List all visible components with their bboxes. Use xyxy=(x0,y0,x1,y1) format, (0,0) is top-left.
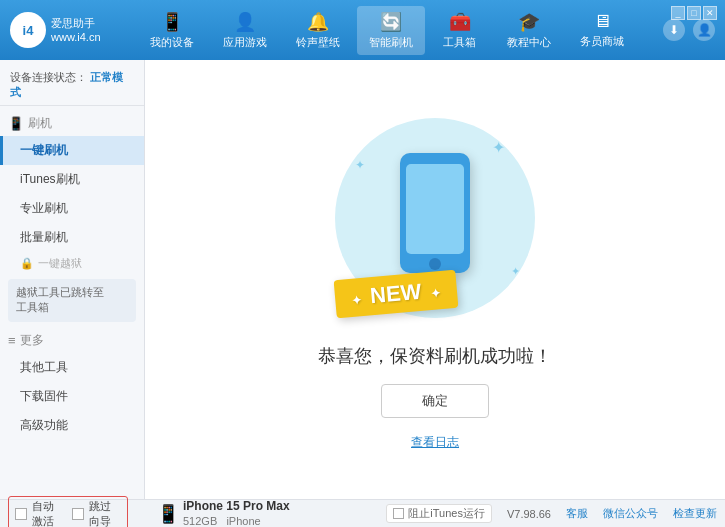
customer-service-link[interactable]: 客服 xyxy=(566,506,588,521)
bottom-bar: 自动激活 跳过向导 📱 iPhone 15 Pro Max 512GB iPho… xyxy=(0,499,725,527)
version-label: V7.98.66 xyxy=(507,508,551,520)
check-update-link[interactable]: 检查更新 xyxy=(673,506,717,521)
maximize-button[interactable]: □ xyxy=(687,6,701,20)
toolbox-icon: 🧰 xyxy=(449,11,471,33)
nav-tab-my-device[interactable]: 📱 我的设备 xyxy=(138,6,206,55)
connection-status: 设备连接状态： 正常模式 xyxy=(0,65,144,106)
sidebar-item-other-tools[interactable]: 其他工具 xyxy=(0,353,144,382)
sparkle-icon-1: ✦ xyxy=(492,138,505,157)
lock-icon: 🔒 xyxy=(20,257,34,270)
nav-tab-tutorials[interactable]: 🎓 教程中心 xyxy=(495,6,563,55)
phone-illustration: NEW ✦ ✦ ✦ xyxy=(325,108,545,328)
sidebar-section-more[interactable]: ≡ 更多 xyxy=(0,328,144,353)
phone-shape xyxy=(400,153,470,273)
itunes-checkbox[interactable] xyxy=(393,508,404,519)
confirm-button[interactable]: 确定 xyxy=(381,384,489,418)
sidebar: 设备连接状态： 正常模式 📱 刷机 一键刷机 iTunes刷机 专业刷机 批量刷… xyxy=(0,60,145,499)
logo-icon: i4 xyxy=(10,12,46,48)
close-button[interactable]: ✕ xyxy=(703,6,717,20)
sidebar-item-pro-flash[interactable]: 专业刷机 xyxy=(0,194,144,223)
device-details: iPhone 15 Pro Max 512GB iPhone xyxy=(183,499,290,527)
ringtones-icon: 🔔 xyxy=(307,11,329,33)
header: i4 爱思助手 www.i4.cn 📱 我的设备 👤 应用游戏 🔔 铃声壁纸 🔄… xyxy=(0,0,725,60)
bottom-right: 阻止iTunes运行 V7.98.66 客服 微信公众号 检查更新 xyxy=(290,504,717,523)
wechat-link[interactable]: 微信公众号 xyxy=(603,506,658,521)
sidebar-item-advanced[interactable]: 高级功能 xyxy=(0,411,144,440)
nav-tab-apps-games[interactable]: 👤 应用游戏 xyxy=(211,6,279,55)
header-actions: ⬇ 👤 xyxy=(663,19,715,41)
guided-activate-checkbox[interactable] xyxy=(72,508,84,520)
logo-text: 爱思助手 www.i4.cn xyxy=(51,16,101,45)
sparkle-icon-2: ✦ xyxy=(355,158,365,172)
apps-games-icon: 👤 xyxy=(234,11,256,33)
content-area: NEW ✦ ✦ ✦ 恭喜您，保资料刷机成功啦！ 确定 查看日志 xyxy=(145,60,725,499)
auto-activate-checkbox[interactable] xyxy=(15,508,27,520)
tutorials-icon: 🎓 xyxy=(518,11,540,33)
nav-tabs: 📱 我的设备 👤 应用游戏 🔔 铃声壁纸 🔄 智能刷机 🧰 工具箱 🎓 xyxy=(110,6,663,55)
business-icon: 🖥 xyxy=(593,11,611,32)
more-section-icon: ≡ xyxy=(8,333,16,348)
sidebar-item-download-firmware[interactable]: 下载固件 xyxy=(0,382,144,411)
itunes-bar: 阻止iTunes运行 xyxy=(386,504,492,523)
user-button[interactable]: 👤 xyxy=(693,19,715,41)
device-name: iPhone 15 Pro Max xyxy=(183,499,290,515)
sidebar-item-itunes-flash[interactable]: iTunes刷机 xyxy=(0,165,144,194)
nav-tab-business[interactable]: 🖥 务员商城 xyxy=(568,6,636,55)
view-log-link[interactable]: 查看日志 xyxy=(411,434,459,451)
phone-home-button xyxy=(429,258,441,270)
download-button[interactable]: ⬇ xyxy=(663,19,685,41)
main-layout: 设备连接状态： 正常模式 📱 刷机 一键刷机 iTunes刷机 专业刷机 批量刷… xyxy=(0,60,725,499)
sidebar-item-batch-flash[interactable]: 批量刷机 xyxy=(0,223,144,252)
success-panel: NEW ✦ ✦ ✦ 恭喜您，保资料刷机成功啦！ 确定 查看日志 xyxy=(318,108,552,451)
phone-screen xyxy=(406,164,464,254)
minimize-button[interactable]: _ xyxy=(671,6,685,20)
sidebar-section-jailbreak: 🔒 一键越狱 xyxy=(0,252,144,275)
logo-area: i4 爱思助手 www.i4.cn xyxy=(10,12,110,48)
smart-flash-icon: 🔄 xyxy=(380,11,402,33)
sidebar-section-flash[interactable]: 📱 刷机 xyxy=(0,111,144,136)
sparkle-icon-3: ✦ xyxy=(511,265,520,278)
nav-tab-toolbox[interactable]: 🧰 工具箱 xyxy=(430,6,490,55)
nav-tab-smart-flash[interactable]: 🔄 智能刷机 xyxy=(357,6,425,55)
nav-tab-ringtones[interactable]: 🔔 铃声壁纸 xyxy=(284,6,352,55)
success-text: 恭喜您，保资料刷机成功啦！ xyxy=(318,344,552,368)
device-info: 📱 iPhone 15 Pro Max 512GB iPhone xyxy=(153,499,290,527)
sidebar-item-one-click-flash[interactable]: 一键刷机 xyxy=(0,136,144,165)
activate-options: 自动激活 跳过向导 xyxy=(8,496,128,528)
window-controls: _ □ ✕ xyxy=(671,6,717,20)
device-storage-type: 512GB iPhone xyxy=(183,514,290,527)
my-device-icon: 📱 xyxy=(161,11,183,33)
device-phone-icon: 📱 xyxy=(157,503,179,525)
jailbreak-note: 越狱工具已跳转至 工具箱 xyxy=(8,279,136,322)
bottom-left: 自动激活 跳过向导 xyxy=(8,496,153,528)
flash-section-icon: 📱 xyxy=(8,116,24,131)
